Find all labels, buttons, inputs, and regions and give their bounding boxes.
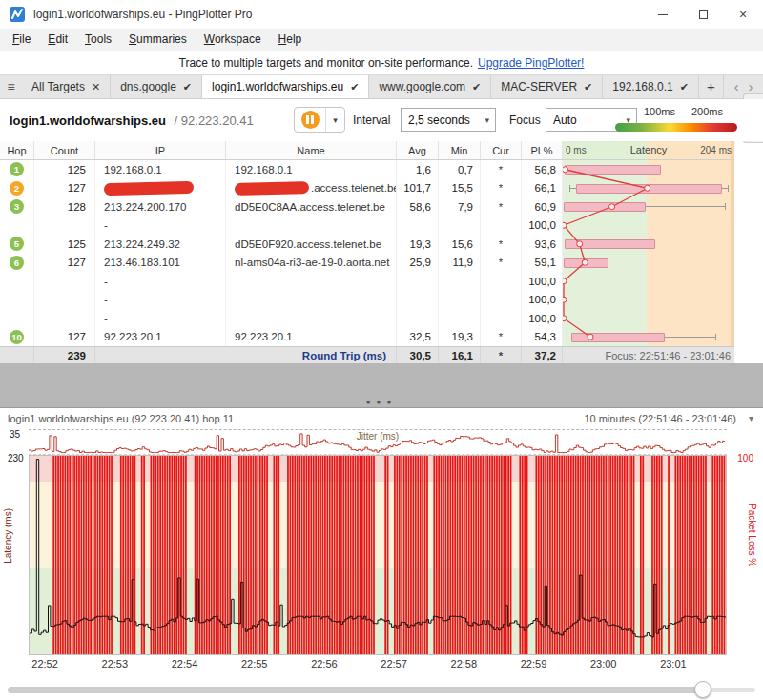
banner-text: Trace to multiple targets and monitor on… <box>179 56 473 70</box>
ip-cell: 213.224.249.32 <box>95 235 226 254</box>
header-pl[interactable]: PL% <box>522 141 563 159</box>
targets-menu-icon[interactable]: ≡ <box>0 75 22 98</box>
focus-range-label: Focus: 22:51:46 - 23:01:46 <box>563 347 734 363</box>
tab-192-168-0-1[interactable]: 192.168.0.1✔ <box>603 75 699 98</box>
close-button[interactable]: × <box>723 0 763 29</box>
panel-splitter[interactable]: ●●● <box>0 363 763 407</box>
tab-label: dns.google <box>120 80 176 93</box>
header-hop[interactable]: Hop <box>0 141 34 159</box>
header-count[interactable]: Count <box>34 141 95 159</box>
table-row[interactable]: 1125192.168.0.1192.168.0.11,60,7*56,8 <box>0 160 734 179</box>
tab-dns-google[interactable]: dns.google✔ <box>111 75 202 98</box>
tab-www-google-com[interactable]: www.google.com✔ <box>369 75 491 98</box>
tab-all-targets[interactable]: All Targets✕ <box>22 75 111 98</box>
count-cell: 127 <box>34 328 95 347</box>
table-row[interactable]: -100,0 <box>0 291 734 310</box>
packet-loss-cell: 100,0 <box>522 216 563 236</box>
timeline-graph[interactable] <box>29 455 727 655</box>
target-title: login1.worldofwarships.eu / 92.223.20.41 <box>10 113 254 128</box>
header-latency-scale: 0 ms Latency 204 ms <box>563 141 734 159</box>
avg-cell: 101,7 <box>397 179 439 198</box>
menu-edit[interactable]: Edit <box>39 29 76 51</box>
menu-summaries[interactable]: Summaries <box>120 29 196 51</box>
interval-select[interactable]: 2,5 seconds ▾ <box>401 108 496 132</box>
packet-loss-cell: 56,8 <box>522 160 563 179</box>
header-avg[interactable]: Avg <box>397 141 439 159</box>
time-axis-label: 22:52 <box>31 658 58 669</box>
round-trip-row[interactable]: 239 Round Trip (ms) 30,5 16,1 * 37,2 Foc… <box>0 346 734 363</box>
time-axis-label: 23:00 <box>590 658 617 669</box>
avg-cell: 32,5 <box>397 328 439 347</box>
window-controls: × <box>643 0 763 29</box>
tab-mac-server[interactable]: MAC-SERVER✔ <box>491 75 603 98</box>
timeline-panel: login1.worldofwarships.eu (92.223.20.41)… <box>0 407 763 700</box>
pause-button[interactable] <box>295 108 326 132</box>
menu-file[interactable]: File <box>4 29 39 51</box>
pingplotter-window: login1.worldofwarships.eu - PingPlotter … <box>0 0 763 700</box>
tab-scroll-left-icon[interactable]: ‹ <box>731 79 742 94</box>
footer-min: 16,1 <box>439 347 481 363</box>
timeline-range-label[interactable]: 10 minutes (22:51:46 - 23:01:46) <box>584 413 736 424</box>
ip-cell: - <box>95 291 226 310</box>
maximize-button[interactable] <box>683 0 723 29</box>
timeline-range-chevron-icon[interactable]: ▾ <box>749 413 753 423</box>
hop-cell <box>0 272 34 291</box>
tab-scroll-right-icon[interactable]: › <box>745 79 756 94</box>
ip-cell: 213.46.183.101 <box>95 254 226 273</box>
avg-cell: 1,6 <box>397 160 439 179</box>
table-row[interactable]: 2127.access.telenet.be101,715,5*66,1 <box>0 179 734 198</box>
hop-badge: 6 <box>10 256 24 270</box>
table-row[interactable]: 5125213.224.249.32dD5E0F920.access.telen… <box>0 235 734 254</box>
min-cell: 15,5 <box>439 179 481 198</box>
ip-cell: - <box>95 216 226 236</box>
table-row[interactable]: -100,0 <box>0 216 734 236</box>
tab-login1-worldofwarships-eu[interactable]: login1.worldofwarships.eu✔ <box>202 75 369 98</box>
menubar: FileEditToolsSummariesWorkspaceHelp <box>0 29 763 51</box>
count-cell: 128 <box>34 197 95 216</box>
app-icon <box>9 6 26 23</box>
timeline-graph-plot <box>30 456 726 654</box>
footer-avg: 30,5 <box>397 347 439 363</box>
hop-badge: 10 <box>10 330 24 344</box>
tab-close-icon[interactable]: ✕ <box>92 81 100 93</box>
count-cell <box>34 291 95 310</box>
latency-cell <box>563 179 734 198</box>
jitter-strip: Jitter (ms) <box>29 429 727 455</box>
add-target-button[interactable]: + <box>699 75 723 98</box>
count-cell <box>34 272 95 291</box>
menu-help[interactable]: Help <box>270 29 311 51</box>
table-row[interactable]: 6127213.46.183.101nl-ams04a-ri3-ae-19-0.… <box>0 254 734 273</box>
table-row[interactable]: -100,0 <box>0 272 734 291</box>
time-axis-label: 22:54 <box>172 658 198 669</box>
trace-control-dropdown[interactable]: ▾ <box>326 108 344 132</box>
count-cell <box>34 216 95 236</box>
name-cell <box>226 291 397 310</box>
table-row[interactable]: -100,0 <box>0 309 734 328</box>
name-cell: nl-ams04a-ri3-ae-19-0.aorta.net <box>226 254 397 273</box>
upgrade-link[interactable]: Upgrade PingPlotter! <box>478 56 584 70</box>
latency-bar <box>564 258 608 268</box>
table-row[interactable]: 3128213.224.200.170dD5E0C8AA.access.tele… <box>0 197 734 216</box>
header-cur[interactable]: Cur <box>481 141 522 159</box>
target-tabs: All Targets✕dns.google✔login1.worldofwar… <box>22 75 699 98</box>
menu-workspace[interactable]: Workspace <box>196 29 270 51</box>
name-cell <box>226 309 397 328</box>
time-axis-label: 22:53 <box>102 658 129 669</box>
avg-cell <box>397 309 439 328</box>
header-name[interactable]: Name <box>226 141 397 159</box>
header-ip[interactable]: IP <box>95 141 226 159</box>
avg-cell: 25,9 <box>397 254 439 273</box>
latency-bar <box>571 333 665 342</box>
header-min[interactable]: Min <box>439 141 481 159</box>
time-scrollbar-thumb[interactable] <box>8 687 704 693</box>
cur-cell: * <box>481 328 522 347</box>
close-icon: × <box>739 8 747 21</box>
time-axis: 22:5222:5322:5422:5522:5622:5722:5822:59… <box>29 658 727 671</box>
cur-cell: * <box>481 235 522 254</box>
table-row[interactable]: 1012792.223.20.192.223.20.132,519,3*54,3 <box>0 328 734 347</box>
hop-cell: 10 <box>0 328 34 347</box>
packet-loss-cell: 66,1 <box>522 179 563 198</box>
time-scrollbar-handle[interactable] <box>694 681 711 698</box>
menu-tools[interactable]: Tools <box>76 29 120 51</box>
minimize-button[interactable] <box>643 0 683 29</box>
